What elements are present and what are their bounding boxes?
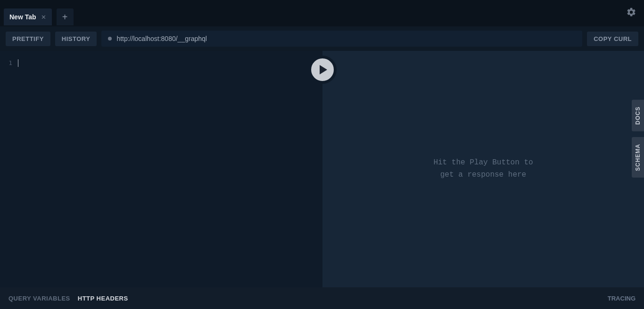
tab-strip: New Tab ✕ + [4,0,74,26]
endpoint-input[interactable] [116,35,576,42]
editor-body[interactable] [16,51,322,287]
close-icon[interactable]: ✕ [41,14,46,21]
gear-icon [626,7,636,17]
query-variables-tab[interactable]: QUERY VARIABLES [8,295,70,302]
toolbar: PRETTIFY HISTORY COPY CURL [0,28,644,49]
response-placeholder: Hit the Play Button to get a response he… [433,157,533,181]
add-tab-button[interactable]: + [57,8,74,25]
play-button[interactable] [308,56,337,84]
side-tabs: DOCS SCHEMA [632,100,644,178]
query-editor[interactable]: 1 [0,51,322,287]
tab-label: New Tab [9,13,36,21]
http-headers-tab[interactable]: HTTP HEADERS [78,295,128,302]
history-button[interactable]: HISTORY [55,32,97,46]
line-number: 1 [0,59,12,66]
main-area: 1 Hit the Play Button to get a response … [0,51,644,287]
response-panel: Hit the Play Button to get a response he… [322,51,644,287]
endpoint-bar[interactable] [101,31,582,47]
docs-tab[interactable]: DOCS [632,100,644,131]
settings-button[interactable] [622,3,640,23]
copy-curl-button[interactable]: COPY CURL [587,32,638,46]
cursor-icon [18,59,18,67]
top-bar: New Tab ✕ + [0,0,644,26]
footer-bar: QUERY VARIABLES HTTP HEADERS TRACING [0,287,644,309]
play-icon [320,65,327,74]
schema-tab[interactable]: SCHEMA [632,137,644,178]
tab-active[interactable]: New Tab ✕ [4,8,52,25]
plus-icon: + [62,12,68,23]
tracing-tab[interactable]: TRACING [608,295,636,302]
status-dot-icon [108,37,112,41]
prettify-button[interactable]: PRETTIFY [6,32,50,46]
line-gutter: 1 [0,51,16,287]
